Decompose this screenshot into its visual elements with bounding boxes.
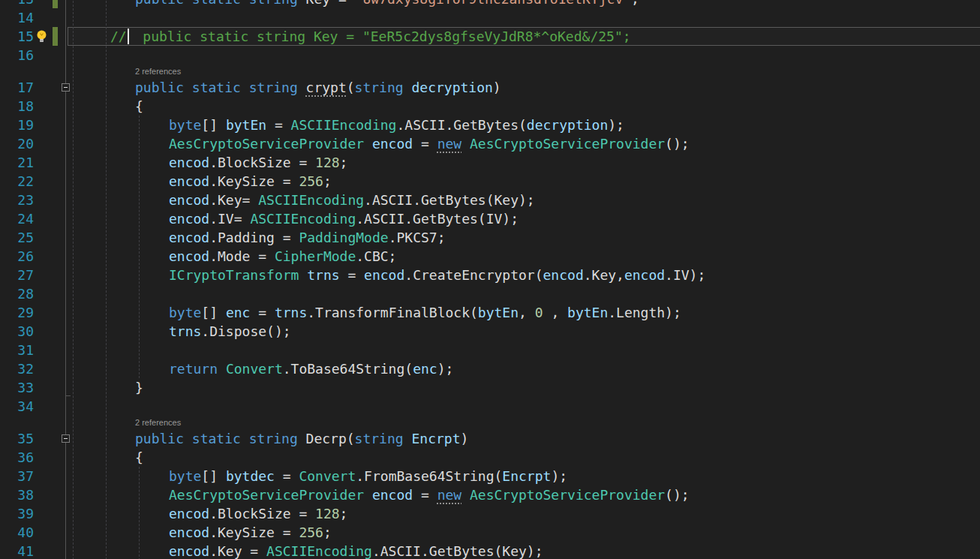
line-number[interactable]: 15 <box>0 27 34 46</box>
code-line[interactable]: 39encod.BlockSize = 128; <box>0 504 980 523</box>
code-line[interactable]: 23encod.Key= ASCIIEncoding.ASCII.GetByte… <box>0 191 980 209</box>
code-text[interactable]: encod.IV= ASCIIEncoding.ASCII.GetBytes(I… <box>169 209 519 228</box>
code-text[interactable]: encod.KeySize = 256; <box>169 523 332 542</box>
collapse-toggle[interactable] <box>62 434 70 443</box>
line-number[interactable]: 27 <box>0 266 34 284</box>
code-line[interactable]: 15// public static string Key = "EeR5c2d… <box>0 27 980 46</box>
line-number[interactable]: 24 <box>0 209 34 228</box>
line-number[interactable]: 28 <box>0 284 34 303</box>
line-number[interactable]: 16 <box>0 46 34 65</box>
line-number[interactable]: 13 <box>0 0 34 8</box>
code-text[interactable]: encod.Mode = CipherMode.CBC; <box>169 247 396 266</box>
code-line[interactable]: 24encod.IV= ASCIIEncoding.ASCII.GetBytes… <box>0 209 980 228</box>
code-text[interactable]: encod.Padding = PaddingMode.PKCS7; <box>169 228 445 247</box>
code-text[interactable]: encod.KeySize = 256; <box>169 172 332 191</box>
code-line[interactable]: 26encod.Mode = CipherMode.CBC; <box>0 247 980 266</box>
code-line[interactable]: 18{ <box>0 97 980 116</box>
code-line[interactable]: 41encod.Key = ASCIIEncoding.ASCII.GetByt… <box>0 542 980 559</box>
line-number[interactable]: 40 <box>0 523 34 542</box>
token: bytEn <box>226 117 266 133</box>
code-line-blank[interactable]: 34 <box>0 397 980 416</box>
code-line[interactable]: 25encod.Padding = PaddingMode.PKCS7; <box>0 228 980 247</box>
token: .Key= <box>209 192 258 208</box>
code-text[interactable]: byte[] bytdec = Convert.FromBase64String… <box>169 467 567 485</box>
code-line-blank[interactable]: 14 <box>0 8 980 27</box>
line-number[interactable]: 35 <box>0 429 34 448</box>
code-line[interactable]: 13public static string Key = "Uw7dxys8gi… <box>0 0 980 8</box>
line-number[interactable]: 34 <box>0 397 34 416</box>
code-text[interactable]: AesCryptoServiceProvider encod = new Aes… <box>169 485 690 504</box>
token: { <box>135 98 143 114</box>
code-text[interactable]: encod.BlockSize = 128; <box>169 153 347 172</box>
code-line[interactable]: 21encod.BlockSize = 128; <box>0 153 980 172</box>
codelens-references[interactable]: 2 references <box>135 65 181 78</box>
line-number[interactable]: 20 <box>0 134 34 153</box>
token: = <box>340 267 365 283</box>
code-line[interactable]: 17public static string crypt(string decr… <box>0 78 980 97</box>
line-number[interactable]: 38 <box>0 485 34 504</box>
token: encod <box>169 192 209 208</box>
code-line[interactable]: 36{ <box>0 448 980 467</box>
code-text[interactable]: // public static string Key = "EeR5c2dys… <box>110 27 631 46</box>
code-text[interactable]: byte[] bytEn = ASCIIEncoding.ASCII.GetBy… <box>169 116 624 134</box>
code-line-blank[interactable]: 16 <box>0 46 980 65</box>
code-line[interactable]: 33} <box>0 378 980 397</box>
code-line-blank[interactable]: 28 <box>0 284 980 303</box>
code-text[interactable]: public static string Decrp(string Encrpt… <box>135 429 468 448</box>
code-text[interactable]: encod.Key = ASCIIEncoding.ASCII.GetBytes… <box>169 542 543 559</box>
code-text[interactable]: encod.Key= ASCIIEncoding.ASCII.GetBytes(… <box>169 191 535 209</box>
line-number[interactable]: 30 <box>0 322 34 341</box>
lightbulb-icon[interactable] <box>35 29 49 44</box>
code-text[interactable]: byte[] enc = trns.TransformFinalBlock(by… <box>169 303 681 322</box>
code-text[interactable]: { <box>135 97 143 116</box>
line-number[interactable]: 19 <box>0 116 34 134</box>
code-line[interactable]: 37byte[] bytdec = Convert.FromBase64Stri… <box>0 467 980 485</box>
code-line[interactable]: 32return Convert.ToBase64String(enc); <box>0 359 980 378</box>
code-text[interactable]: { <box>135 448 143 467</box>
line-number[interactable]: 33 <box>0 378 34 397</box>
code-text[interactable]: ICryptoTransform trns = encod.CreateEncr… <box>169 266 705 284</box>
token: bytEn <box>478 305 519 320</box>
code-text[interactable]: return Convert.ToBase64String(enc); <box>169 359 453 378</box>
code-line[interactable]: 30trns.Dispose(); <box>0 322 980 341</box>
code-text[interactable]: trns.Dispose(); <box>169 322 291 341</box>
code-text[interactable]: public static string crypt(string decryp… <box>135 78 501 97</box>
code-line[interactable]: 29byte[] enc = trns.TransformFinalBlock(… <box>0 303 980 322</box>
code-line-blank[interactable]: 31 <box>0 341 980 359</box>
codelens-row[interactable]: 2 references <box>0 65 980 78</box>
code-text[interactable]: public static string Key = "Uw7dxys8giTo… <box>135 0 639 8</box>
line-number[interactable]: 31 <box>0 341 34 359</box>
line-number[interactable]: 26 <box>0 247 34 266</box>
token: .Length); <box>608 305 681 320</box>
token: .KeySize = <box>209 173 299 189</box>
code-line[interactable]: 38AesCryptoServiceProvider encod = new A… <box>0 485 980 504</box>
line-number[interactable]: 14 <box>0 8 34 27</box>
line-number[interactable]: 22 <box>0 172 34 191</box>
line-number[interactable]: 23 <box>0 191 34 209</box>
line-number[interactable]: 29 <box>0 303 34 322</box>
codelens-references[interactable]: 2 references <box>135 416 181 429</box>
code-text[interactable]: AesCryptoServiceProvider encod = new Aes… <box>169 134 690 153</box>
line-number[interactable]: 25 <box>0 228 34 247</box>
line-number[interactable]: 41 <box>0 542 34 559</box>
line-number[interactable]: 18 <box>0 97 34 116</box>
codelens-row[interactable]: 2 references <box>0 416 980 429</box>
line-number[interactable]: 39 <box>0 504 34 523</box>
code-line[interactable]: 22encod.KeySize = 256; <box>0 172 980 191</box>
line-number[interactable]: 37 <box>0 467 34 485</box>
code-line[interactable]: 20AesCryptoServiceProvider encod = new A… <box>0 134 980 153</box>
code-line[interactable]: 35public static string Decrp(string Encr… <box>0 429 980 448</box>
token: PaddingMode <box>299 230 388 245</box>
line-number[interactable]: 32 <box>0 359 34 378</box>
collapse-toggle[interactable] <box>62 83 70 92</box>
line-number[interactable]: 36 <box>0 448 34 467</box>
token: public static string <box>135 431 306 446</box>
code-line[interactable]: 40encod.KeySize = 256; <box>0 523 980 542</box>
line-number[interactable]: 21 <box>0 153 34 172</box>
token: .KeySize = <box>209 524 299 540</box>
code-line[interactable]: 19byte[] bytEn = ASCIIEncoding.ASCII.Get… <box>0 116 980 134</box>
line-number[interactable]: 17 <box>0 78 34 97</box>
code-line[interactable]: 27ICryptoTransform trns = encod.CreateEn… <box>0 266 980 284</box>
code-text[interactable]: } <box>135 378 143 397</box>
code-text[interactable]: encod.BlockSize = 128; <box>169 504 347 523</box>
